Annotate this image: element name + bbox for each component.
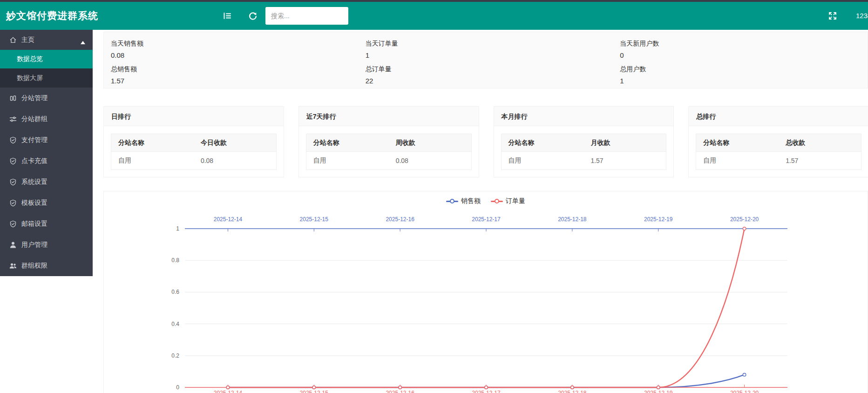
chart-legend: 销售额 订单量 xyxy=(104,197,868,205)
sidebar-item-label: 主页 xyxy=(21,36,34,44)
ranking-card-daily: 日排行 分站名称 今日收款 自用 0.08 xyxy=(103,106,284,177)
stat-column-orders: 当天订单量 1 总订单量 22 xyxy=(359,32,613,88)
window-top-strip xyxy=(0,0,868,2)
table-row: 自用 0.08 xyxy=(111,152,277,170)
amount-cell: 0.08 xyxy=(389,152,471,170)
sidebar-item-mailbox-settings[interactable]: 邮箱设置 xyxy=(0,213,93,234)
stat-label: 总销售额 xyxy=(111,65,359,74)
sidebar: 主页 数据总览 数据大屏 分站管理 分站群组 xyxy=(0,30,93,276)
svg-text:0.6: 0.6 xyxy=(171,289,179,295)
sidebar-item-system-settings[interactable]: 系统设置 xyxy=(0,171,93,192)
stat-value: 1 xyxy=(366,51,613,59)
stat-label: 当天销售额 xyxy=(111,40,359,48)
site-name-cell: 自用 xyxy=(501,152,583,170)
svg-text:0.4: 0.4 xyxy=(171,321,179,327)
users-icon xyxy=(9,262,17,270)
search-input[interactable] xyxy=(265,7,348,25)
ranking-col-header: 分站名称 xyxy=(501,134,583,152)
sidebar-item-home[interactable]: 主页 xyxy=(0,30,93,50)
svg-text:2025-12-18: 2025-12-18 xyxy=(558,216,587,223)
line-chart-plot[interactable]: 00.20.40.60.812025-12-142025-12-152025-1… xyxy=(104,191,868,393)
ranking-card-7days: 近7天排行 分站名称 周收款 自用 0.08 xyxy=(298,106,479,177)
sidebar-item-label: 用户管理 xyxy=(21,241,47,249)
stat-column-users: 当天新用户数 0 总用户数 1 xyxy=(613,32,868,88)
fullscreen-icon[interactable] xyxy=(828,11,837,20)
menu-fold-icon[interactable] xyxy=(223,11,232,20)
sidebar-item-template-settings[interactable]: 模板设置 xyxy=(0,192,93,213)
svg-text:0: 0 xyxy=(176,384,179,391)
sidebar-item-user-manage[interactable]: 用户管理 xyxy=(0,234,93,255)
stat-label: 当天订单量 xyxy=(366,40,613,48)
shield-check-icon xyxy=(9,199,17,207)
stat-value: 0.08 xyxy=(111,51,359,59)
sidebar-subitem-label: 数据总览 xyxy=(17,55,43,63)
svg-text:2025-12-17: 2025-12-17 xyxy=(472,216,501,223)
stat-value: 1 xyxy=(620,77,868,85)
sidebar-item-substation-groups[interactable]: 分站群组 xyxy=(0,108,93,129)
svg-text:1: 1 xyxy=(176,225,179,232)
amount-cell: 1.57 xyxy=(779,152,861,170)
svg-text:2025-12-18: 2025-12-18 xyxy=(558,390,587,393)
sidebar-subitem-label: 数据大屏 xyxy=(17,74,43,82)
columns-icon xyxy=(9,95,17,102)
ranking-card-total: 总排行 分站名称 总收款 自用 1.57 xyxy=(688,106,868,177)
ranking-card-title: 本月排行 xyxy=(494,107,674,126)
ranking-cards-row: 日排行 分站名称 今日收款 自用 0.08 近7天排行 xyxy=(103,106,868,177)
username-dropdown[interactable]: 12345 xyxy=(856,2,868,30)
sliders-icon xyxy=(9,115,17,123)
svg-text:2025-12-20: 2025-12-20 xyxy=(730,216,759,223)
site-name-cell: 自用 xyxy=(111,152,194,170)
svg-text:0.2: 0.2 xyxy=(171,352,179,359)
ranking-table: 分站名称 月收款 自用 1.57 xyxy=(501,134,667,170)
user-icon xyxy=(9,241,17,249)
ranking-card-month: 本月排行 分站名称 月收款 自用 1.57 xyxy=(494,106,674,177)
svg-text:2025-12-16: 2025-12-16 xyxy=(386,390,414,393)
home-icon xyxy=(9,36,17,44)
shield-check-icon xyxy=(9,136,17,144)
ranking-col-header: 分站名称 xyxy=(696,134,779,152)
refresh-icon[interactable] xyxy=(248,12,257,20)
svg-text:2025-12-15: 2025-12-15 xyxy=(300,390,329,393)
svg-text:2025-12-14: 2025-12-14 xyxy=(214,390,243,393)
main-content: 当天销售额 0.08 总销售额 1.57 当天订单量 1 总订单量 22 当天新… xyxy=(93,30,868,393)
sidebar-item-data-overview[interactable]: 数据总览 xyxy=(0,50,93,68)
ranking-card-title: 日排行 xyxy=(104,107,284,126)
ranking-col-header: 月收款 xyxy=(583,134,666,152)
table-row: 自用 0.08 xyxy=(306,152,471,170)
legend-item-sales[interactable]: 销售额 xyxy=(446,197,481,205)
legend-label: 销售额 xyxy=(461,197,481,205)
sidebar-item-label: 邮箱设置 xyxy=(21,220,47,228)
site-name-cell: 自用 xyxy=(696,152,779,170)
stat-label: 总订单量 xyxy=(366,65,613,74)
sidebar-item-substation-manage[interactable]: 分站管理 xyxy=(0,88,93,108)
sidebar-item-group-permissions[interactable]: 群组权限 xyxy=(0,255,93,276)
ranking-card-title: 近7天排行 xyxy=(299,107,479,126)
legend-line-marker-icon xyxy=(491,199,503,203)
ranking-card-title: 总排行 xyxy=(689,107,868,126)
sidebar-item-data-screen[interactable]: 数据大屏 xyxy=(0,68,93,88)
stat-label: 总用户数 xyxy=(620,65,868,74)
legend-line-marker-icon xyxy=(446,199,458,203)
table-row: 自用 1.57 xyxy=(501,152,666,170)
sidebar-item-label: 分站群组 xyxy=(21,115,47,123)
ranking-col-header: 今日收款 xyxy=(194,134,276,152)
stat-value: 0 xyxy=(620,51,868,59)
svg-text:2025-12-17: 2025-12-17 xyxy=(472,390,501,393)
svg-text:2025-12-20: 2025-12-20 xyxy=(730,390,759,393)
ranking-col-header: 分站名称 xyxy=(306,134,388,152)
svg-text:0.8: 0.8 xyxy=(171,257,179,264)
shield-check-icon xyxy=(9,157,17,165)
shield-check-icon xyxy=(9,220,17,228)
stat-value: 1.57 xyxy=(111,77,359,85)
app-header: 妙文馆付费进群系统 12345 xyxy=(0,2,868,30)
stats-panel: 当天销售额 0.08 总销售额 1.57 当天订单量 1 总订单量 22 当天新… xyxy=(103,32,868,88)
amount-cell: 1.57 xyxy=(583,152,666,170)
ranking-table: 分站名称 总收款 自用 1.57 xyxy=(696,134,861,170)
ranking-col-header: 分站名称 xyxy=(111,134,194,152)
legend-item-orders[interactable]: 订单量 xyxy=(491,197,525,205)
table-row: 自用 1.57 xyxy=(696,152,861,170)
stat-label: 当天新用户数 xyxy=(620,40,868,48)
sidebar-item-payment-manage[interactable]: 支付管理 xyxy=(0,129,93,150)
sidebar-item-card-recharge[interactable]: 点卡充值 xyxy=(0,150,93,171)
legend-label: 订单量 xyxy=(506,197,525,205)
